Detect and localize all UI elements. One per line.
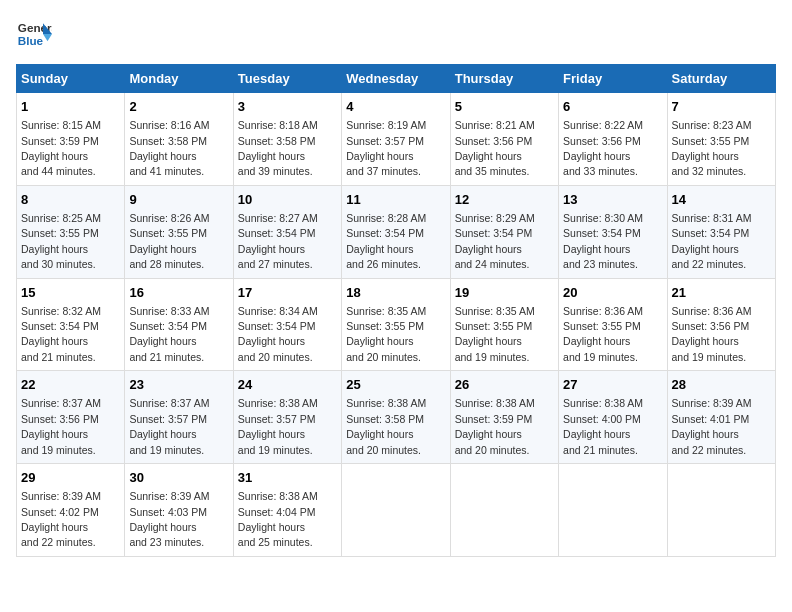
day-number: 27 [563, 376, 662, 394]
svg-marker-3 [43, 34, 52, 41]
day-number: 23 [129, 376, 228, 394]
day-number: 19 [455, 284, 554, 302]
day-info: Sunrise: 8:39 AMSunset: 4:01 PMDaylight … [672, 397, 752, 455]
day-info: Sunrise: 8:23 AMSunset: 3:55 PMDaylight … [672, 119, 752, 177]
day-info: Sunrise: 8:27 AMSunset: 3:54 PMDaylight … [238, 212, 318, 270]
calendar-cell: 3Sunrise: 8:18 AMSunset: 3:58 PMDaylight… [233, 93, 341, 186]
day-info: Sunrise: 8:15 AMSunset: 3:59 PMDaylight … [21, 119, 101, 177]
calendar-cell: 16Sunrise: 8:33 AMSunset: 3:54 PMDayligh… [125, 278, 233, 371]
calendar-cell [342, 464, 450, 557]
calendar-cell: 27Sunrise: 8:38 AMSunset: 4:00 PMDayligh… [559, 371, 667, 464]
day-number: 16 [129, 284, 228, 302]
day-info: Sunrise: 8:38 AMSunset: 3:57 PMDaylight … [238, 397, 318, 455]
weekday-header-sunday: Sunday [17, 65, 125, 93]
calendar-cell: 8Sunrise: 8:25 AMSunset: 3:55 PMDaylight… [17, 185, 125, 278]
calendar-cell: 17Sunrise: 8:34 AMSunset: 3:54 PMDayligh… [233, 278, 341, 371]
weekday-header-saturday: Saturday [667, 65, 775, 93]
calendar-week-1: 1Sunrise: 8:15 AMSunset: 3:59 PMDaylight… [17, 93, 776, 186]
day-info: Sunrise: 8:21 AMSunset: 3:56 PMDaylight … [455, 119, 535, 177]
day-number: 30 [129, 469, 228, 487]
calendar-cell: 10Sunrise: 8:27 AMSunset: 3:54 PMDayligh… [233, 185, 341, 278]
day-info: Sunrise: 8:33 AMSunset: 3:54 PMDaylight … [129, 305, 209, 363]
calendar-cell: 7Sunrise: 8:23 AMSunset: 3:55 PMDaylight… [667, 93, 775, 186]
day-info: Sunrise: 8:35 AMSunset: 3:55 PMDaylight … [346, 305, 426, 363]
calendar-cell: 2Sunrise: 8:16 AMSunset: 3:58 PMDaylight… [125, 93, 233, 186]
day-number: 7 [672, 98, 771, 116]
day-number: 15 [21, 284, 120, 302]
day-number: 6 [563, 98, 662, 116]
day-info: Sunrise: 8:19 AMSunset: 3:57 PMDaylight … [346, 119, 426, 177]
day-info: Sunrise: 8:38 AMSunset: 3:58 PMDaylight … [346, 397, 426, 455]
day-number: 21 [672, 284, 771, 302]
calendar-week-5: 29Sunrise: 8:39 AMSunset: 4:02 PMDayligh… [17, 464, 776, 557]
calendar-cell [667, 464, 775, 557]
day-number: 10 [238, 191, 337, 209]
calendar-cell: 30Sunrise: 8:39 AMSunset: 4:03 PMDayligh… [125, 464, 233, 557]
day-number: 24 [238, 376, 337, 394]
day-number: 18 [346, 284, 445, 302]
calendar-cell: 1Sunrise: 8:15 AMSunset: 3:59 PMDaylight… [17, 93, 125, 186]
calendar-cell: 25Sunrise: 8:38 AMSunset: 3:58 PMDayligh… [342, 371, 450, 464]
day-info: Sunrise: 8:39 AMSunset: 4:02 PMDaylight … [21, 490, 101, 548]
calendar-cell: 5Sunrise: 8:21 AMSunset: 3:56 PMDaylight… [450, 93, 558, 186]
calendar-cell: 31Sunrise: 8:38 AMSunset: 4:04 PMDayligh… [233, 464, 341, 557]
page-header: General Blue [16, 16, 776, 52]
calendar-cell: 20Sunrise: 8:36 AMSunset: 3:55 PMDayligh… [559, 278, 667, 371]
weekday-header-friday: Friday [559, 65, 667, 93]
day-number: 13 [563, 191, 662, 209]
day-info: Sunrise: 8:16 AMSunset: 3:58 PMDaylight … [129, 119, 209, 177]
day-number: 25 [346, 376, 445, 394]
day-info: Sunrise: 8:29 AMSunset: 3:54 PMDaylight … [455, 212, 535, 270]
day-number: 3 [238, 98, 337, 116]
day-number: 12 [455, 191, 554, 209]
weekday-header-monday: Monday [125, 65, 233, 93]
calendar-cell: 21Sunrise: 8:36 AMSunset: 3:56 PMDayligh… [667, 278, 775, 371]
weekday-header-wednesday: Wednesday [342, 65, 450, 93]
calendar-cell: 11Sunrise: 8:28 AMSunset: 3:54 PMDayligh… [342, 185, 450, 278]
calendar-cell: 9Sunrise: 8:26 AMSunset: 3:55 PMDaylight… [125, 185, 233, 278]
calendar-cell: 13Sunrise: 8:30 AMSunset: 3:54 PMDayligh… [559, 185, 667, 278]
day-number: 2 [129, 98, 228, 116]
calendar-header-row: SundayMondayTuesdayWednesdayThursdayFrid… [17, 65, 776, 93]
day-info: Sunrise: 8:22 AMSunset: 3:56 PMDaylight … [563, 119, 643, 177]
day-number: 9 [129, 191, 228, 209]
calendar-week-2: 8Sunrise: 8:25 AMSunset: 3:55 PMDaylight… [17, 185, 776, 278]
day-info: Sunrise: 8:37 AMSunset: 3:57 PMDaylight … [129, 397, 209, 455]
calendar-cell: 18Sunrise: 8:35 AMSunset: 3:55 PMDayligh… [342, 278, 450, 371]
calendar-cell: 14Sunrise: 8:31 AMSunset: 3:54 PMDayligh… [667, 185, 775, 278]
day-info: Sunrise: 8:28 AMSunset: 3:54 PMDaylight … [346, 212, 426, 270]
day-info: Sunrise: 8:38 AMSunset: 3:59 PMDaylight … [455, 397, 535, 455]
calendar-cell: 22Sunrise: 8:37 AMSunset: 3:56 PMDayligh… [17, 371, 125, 464]
day-number: 5 [455, 98, 554, 116]
day-info: Sunrise: 8:26 AMSunset: 3:55 PMDaylight … [129, 212, 209, 270]
day-number: 26 [455, 376, 554, 394]
calendar-cell: 28Sunrise: 8:39 AMSunset: 4:01 PMDayligh… [667, 371, 775, 464]
day-info: Sunrise: 8:38 AMSunset: 4:00 PMDaylight … [563, 397, 643, 455]
day-info: Sunrise: 8:36 AMSunset: 3:56 PMDaylight … [672, 305, 752, 363]
day-info: Sunrise: 8:38 AMSunset: 4:04 PMDaylight … [238, 490, 318, 548]
calendar-cell: 24Sunrise: 8:38 AMSunset: 3:57 PMDayligh… [233, 371, 341, 464]
day-info: Sunrise: 8:35 AMSunset: 3:55 PMDaylight … [455, 305, 535, 363]
weekday-header-tuesday: Tuesday [233, 65, 341, 93]
day-info: Sunrise: 8:18 AMSunset: 3:58 PMDaylight … [238, 119, 318, 177]
day-info: Sunrise: 8:32 AMSunset: 3:54 PMDaylight … [21, 305, 101, 363]
day-info: Sunrise: 8:34 AMSunset: 3:54 PMDaylight … [238, 305, 318, 363]
day-info: Sunrise: 8:25 AMSunset: 3:55 PMDaylight … [21, 212, 101, 270]
day-number: 31 [238, 469, 337, 487]
day-number: 17 [238, 284, 337, 302]
logo: General Blue [16, 16, 52, 52]
calendar-cell: 15Sunrise: 8:32 AMSunset: 3:54 PMDayligh… [17, 278, 125, 371]
svg-text:Blue: Blue [18, 34, 44, 47]
calendar-cell: 12Sunrise: 8:29 AMSunset: 3:54 PMDayligh… [450, 185, 558, 278]
calendar-cell: 19Sunrise: 8:35 AMSunset: 3:55 PMDayligh… [450, 278, 558, 371]
day-number: 8 [21, 191, 120, 209]
day-number: 28 [672, 376, 771, 394]
day-number: 14 [672, 191, 771, 209]
calendar-week-4: 22Sunrise: 8:37 AMSunset: 3:56 PMDayligh… [17, 371, 776, 464]
calendar-cell: 4Sunrise: 8:19 AMSunset: 3:57 PMDaylight… [342, 93, 450, 186]
day-number: 20 [563, 284, 662, 302]
calendar-week-3: 15Sunrise: 8:32 AMSunset: 3:54 PMDayligh… [17, 278, 776, 371]
day-info: Sunrise: 8:36 AMSunset: 3:55 PMDaylight … [563, 305, 643, 363]
day-number: 29 [21, 469, 120, 487]
day-number: 1 [21, 98, 120, 116]
